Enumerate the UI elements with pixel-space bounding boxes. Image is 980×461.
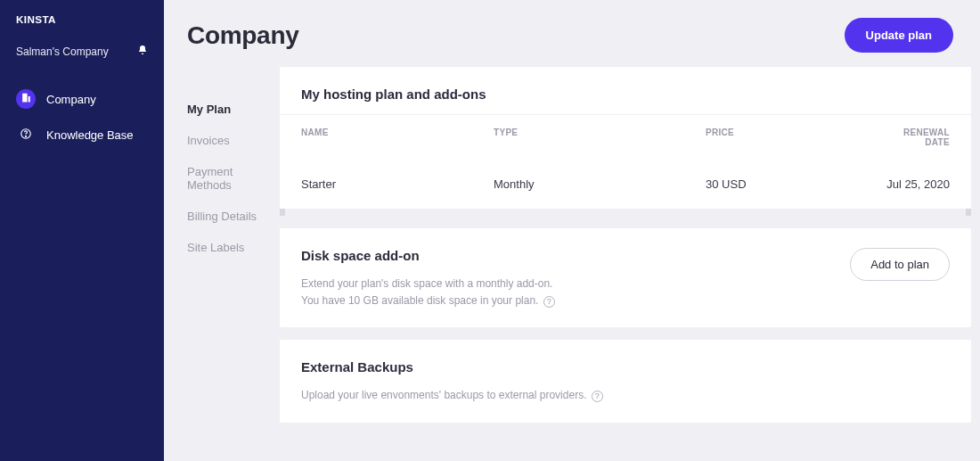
svg-point-1 [26, 136, 27, 136]
disk-card-desc2: You have 10 GB available disk space in y… [301, 294, 538, 307]
page-title: Company [187, 21, 298, 50]
subnav-invoices[interactable]: Invoices [187, 125, 280, 156]
scroll-handle-left[interactable] [280, 209, 285, 216]
scroll-handle-right[interactable] [966, 209, 971, 216]
bell-icon[interactable] [137, 45, 148, 58]
help-circle-icon [20, 128, 32, 143]
nav-item-label: Knowledge Base [46, 128, 134, 142]
td-name: Starter [301, 177, 494, 191]
brand-text: KINSTA [16, 13, 56, 25]
topbar: Company Update plan [164, 0, 980, 67]
backup-card-title: External Backups [301, 359, 950, 375]
update-plan-button[interactable]: Update plan [845, 18, 953, 53]
external-backups-card: External Backups Upload your live envonm… [280, 340, 971, 422]
plan-table-row: Starter Monthly 30 USD Jul 25, 2020 [280, 160, 971, 209]
plan-table-header: NAME TYPE PRICE RENEWAL DATE [280, 114, 971, 160]
sidebar: KINSTA Salman's Company Company Knowledg… [0, 0, 164, 461]
subnav-my-plan[interactable]: My Plan [187, 94, 280, 125]
company-name[interactable]: Salman's Company [16, 45, 109, 58]
nav-item-label: Company [46, 93, 96, 106]
add-to-plan-button[interactable]: Add to plan [850, 248, 950, 281]
scroll-gap [280, 209, 971, 216]
td-type: Monthly [494, 177, 706, 191]
td-price: 30 USD [706, 177, 884, 191]
help-icon[interactable]: ? [592, 391, 603, 402]
disk-card-desc2-row: You have 10 GB available disk space in y… [301, 292, 555, 309]
th-price: PRICE [706, 128, 884, 147]
backup-card-desc: Upload your live envonments' backups to … [301, 389, 586, 401]
th-type: TYPE [494, 128, 706, 147]
subnav-payment-methods[interactable]: Payment Methods [187, 156, 280, 201]
th-renewal: RENEWAL DATE [884, 128, 950, 147]
primary-nav: Company Knowledge Base [0, 74, 164, 152]
subnav-site-labels[interactable]: Site Labels [187, 232, 280, 263]
brand-logo: KINSTA [0, 12, 164, 39]
disk-card-desc1: Extend your plan's disk space with a mon… [301, 276, 555, 292]
nav-item-company[interactable]: Company [0, 81, 164, 117]
hosting-plan-card: My hosting plan and add-ons NAME TYPE PR… [280, 67, 971, 216]
disk-card-title: Disk space add-on [301, 248, 555, 263]
help-icon[interactable]: ? [543, 296, 555, 308]
main-content: Company Update plan My Plan Invoices Pay… [164, 0, 980, 461]
cards-column: My hosting plan and add-ons NAME TYPE PR… [280, 67, 971, 461]
hosting-card-title: My hosting plan and add-ons [301, 86, 950, 102]
th-name: NAME [301, 128, 494, 147]
backup-card-desc-row: Upload your live envonments' backups to … [301, 387, 950, 404]
subnav-billing-details[interactable]: Billing Details [187, 201, 280, 232]
building-icon [20, 92, 32, 106]
nav-item-knowledge-base[interactable]: Knowledge Base [0, 117, 164, 152]
td-renewal: Jul 25, 2020 [884, 177, 950, 191]
sub-nav: My Plan Invoices Payment Methods Billing… [164, 67, 280, 461]
disk-space-card: Disk space add-on Extend your plan's dis… [280, 228, 971, 327]
